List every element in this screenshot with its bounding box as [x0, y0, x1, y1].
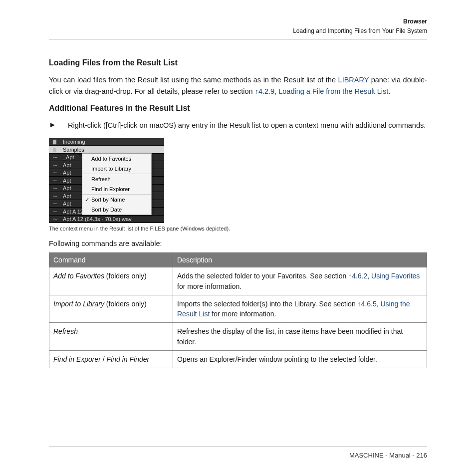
context-menu-item: Find in Explorer — [82, 184, 151, 194]
cell-command: Add to Favorites (folders only) — [49, 267, 173, 295]
waveform-icon: ⁓ — [53, 209, 60, 214]
table-row: Add to Favorites (folders only)Adds the … — [49, 267, 427, 295]
bullet-marker: ► — [49, 120, 68, 129]
context-menu-item: Refresh — [82, 174, 151, 184]
file-label: Apt A 12 (64.3s - 70.0s).wav — [63, 216, 132, 222]
link-429[interactable]: ↑4.2.9, Loading a File from the Result L… — [255, 87, 389, 95]
library-ref: LIBRARY — [338, 76, 369, 84]
file-row: ▇Incoming — [49, 138, 164, 146]
file-label: Apt — [63, 178, 71, 184]
cross-ref-link[interactable]: ↑4.6.2, Using Favorites — [348, 272, 420, 280]
th-description: Description — [173, 253, 427, 267]
header-subtitle: Loading and Importing Files from Your Fi… — [49, 26, 427, 36]
following-text: Following commands are available: — [49, 239, 427, 247]
divider-top — [49, 39, 427, 39]
file-label: Apt — [63, 185, 71, 191]
divider-bottom — [49, 447, 427, 447]
waveform-icon: ⁓ — [53, 217, 60, 222]
cell-command: Find in Exporer / Find in Finder — [49, 351, 173, 368]
context-menu-item: Sort by Name — [82, 194, 151, 205]
waveform-icon: ⁓ — [53, 201, 60, 206]
cell-description: Imports the selected folder(s) into the … — [173, 295, 427, 323]
commands-table: Command Description Add to Favorites (fo… — [49, 252, 427, 368]
file-label: _Apt — [63, 154, 74, 160]
heading-loading: Loading Files from the Result List — [49, 58, 427, 67]
header-title: Browser — [49, 17, 427, 26]
bullet-item: ► Right-click ([Ctrl]-click on macOS) an… — [49, 120, 427, 131]
waveform-icon: ⁓ — [53, 178, 60, 183]
waveform-icon: ⁓ — [53, 186, 60, 191]
table-row: RefreshRefreshes the display of the list… — [49, 323, 427, 351]
cell-description: Adds the selected folder to your Favorit… — [173, 267, 427, 295]
file-label: Apt — [63, 193, 71, 199]
context-menu-item: Import to Library — [82, 164, 151, 174]
th-command: Command — [49, 253, 173, 267]
screenshot-figure: ▇Incoming▇Samples⁓_Apt⁓Apt⁓Apt⁓Apt⁓Apt⁓A… — [49, 138, 427, 224]
waveform-icon: ⁓ — [53, 194, 60, 199]
heading-additional: Additional Features in the Result List — [49, 104, 427, 113]
waveform-icon: ⁓ — [53, 163, 60, 168]
screenshot-caption: The context menu in the Result list of t… — [49, 226, 427, 232]
folder-icon: ▇ — [53, 139, 60, 144]
folder-icon: ▇ — [53, 147, 60, 152]
cell-description: Opens an Explorer/Finder window pointing… — [173, 351, 427, 368]
cell-command: Refresh — [49, 323, 173, 351]
context-menu-item: Add to Favorites — [82, 154, 151, 164]
file-label: Incoming — [63, 139, 85, 145]
table-row: Find in Exporer / Find in FinderOpens an… — [49, 351, 427, 368]
cell-command: Import to Library (folders only) — [49, 295, 173, 323]
cell-description: Refreshes the display of the list, in ca… — [173, 323, 427, 351]
file-label: Apt — [63, 162, 71, 168]
para1-post: . — [388, 87, 390, 95]
waveform-icon: ⁓ — [53, 170, 60, 175]
table-row: Import to Library (folders only)Imports … — [49, 295, 427, 323]
waveform-icon: ⁓ — [53, 155, 60, 160]
bullet-text: Right-click ([Ctrl]-click on macOS) any … — [68, 120, 427, 131]
paragraph-loading: You can load files from the Result list … — [49, 74, 427, 97]
page-header: Browser Loading and Importing Files from… — [49, 17, 427, 36]
file-label: Apt — [63, 170, 71, 176]
file-row: ▇Samples — [49, 146, 164, 154]
page-footer: MASCHINE - Manual - 216 — [349, 452, 427, 459]
file-label: Apt — [63, 201, 71, 207]
context-menu: Add to FavoritesImport to LibraryRefresh… — [82, 153, 152, 215]
context-menu-item: Sort by Date — [82, 205, 151, 215]
para1-pre: You can load files from the Result list … — [49, 76, 338, 84]
file-row: ⁓Apt A 12 (64.3s - 70.0s).wav — [49, 216, 164, 224]
